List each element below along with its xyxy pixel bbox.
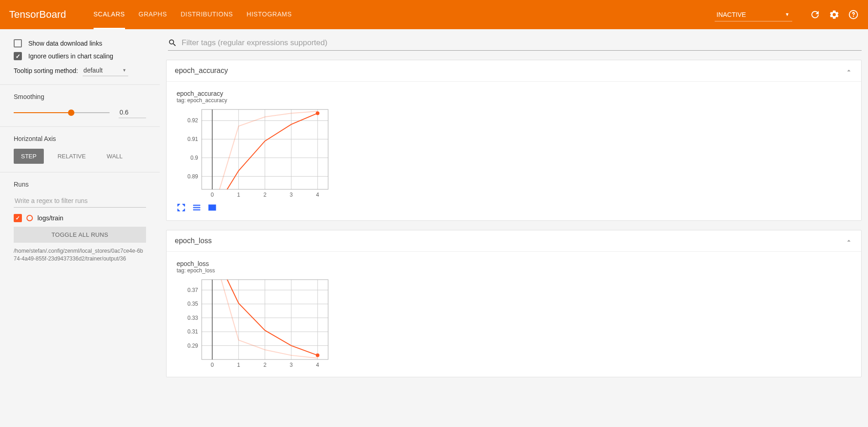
svg-text:2: 2 xyxy=(263,362,267,368)
tab-scalars[interactable]: SCALARS xyxy=(94,0,125,29)
svg-point-21 xyxy=(316,111,319,115)
svg-text:0.31: 0.31 xyxy=(188,328,199,335)
svg-point-24 xyxy=(214,206,214,207)
checkbox-label: Show data download links xyxy=(28,40,102,47)
refresh-icon[interactable] xyxy=(810,9,821,20)
svg-point-50 xyxy=(316,354,319,357)
search-icon xyxy=(168,38,177,47)
svg-text:0.37: 0.37 xyxy=(188,287,199,293)
header: TensorBoard SCALARS GRAPHS DISTRIBUTIONS… xyxy=(0,0,868,29)
chevron-up-icon xyxy=(845,67,853,75)
svg-text:0: 0 xyxy=(211,192,214,198)
svg-text:0.92: 0.92 xyxy=(188,117,199,124)
svg-text:0.91: 0.91 xyxy=(188,136,199,142)
card-title: epoch_loss xyxy=(175,237,845,245)
fullscreen-icon[interactable] xyxy=(177,203,186,212)
chart: 0.290.310.330.350.3701234 xyxy=(177,277,332,369)
svg-rect-22 xyxy=(209,205,216,210)
run-name: logs/train xyxy=(37,214,63,222)
svg-point-26 xyxy=(214,208,214,209)
svg-text:1: 1 xyxy=(237,362,240,368)
card-epoch-loss: epoch_loss epoch_loss tag: epoch_loss 0.… xyxy=(166,230,862,377)
mode-select[interactable]: INACTIVE xyxy=(715,8,792,21)
svg-text:0.89: 0.89 xyxy=(188,173,199,180)
chart-title: epoch_accuracy xyxy=(177,90,851,97)
toggle-y-axis-icon[interactable] xyxy=(192,203,201,212)
app-title: TensorBoard xyxy=(9,9,66,21)
gear-icon[interactable] xyxy=(829,9,840,20)
chart: 0.890.90.910.9201234 xyxy=(177,107,332,198)
sidebar: Show data download links Ignore outliers… xyxy=(0,29,160,427)
svg-text:0.33: 0.33 xyxy=(188,315,199,321)
axis-relative-button[interactable]: RELATIVE xyxy=(50,149,93,164)
checkbox-label: Ignore outliers in chart scaling xyxy=(28,52,113,60)
svg-text:1: 1 xyxy=(237,192,240,198)
tab-distributions[interactable]: DISTRIBUTIONS xyxy=(181,0,233,29)
tab-graphs[interactable]: GRAPHS xyxy=(139,0,167,29)
runs-label: Runs xyxy=(14,181,146,188)
tooltip-sort-select[interactable]: default xyxy=(83,65,128,76)
svg-text:0.35: 0.35 xyxy=(188,301,199,307)
card-title: epoch_accuracy xyxy=(175,67,845,75)
toggle-all-runs-button[interactable]: TOGGLE ALL RUNS xyxy=(14,227,146,243)
chart-subtitle: tag: epoch_accuracy xyxy=(177,97,851,104)
run-color-swatch xyxy=(26,215,33,221)
card-header[interactable]: epoch_loss xyxy=(167,230,861,252)
axis-wall-button[interactable]: WALL xyxy=(99,149,130,164)
runs-filter-input[interactable] xyxy=(14,194,146,208)
axis-step-button[interactable]: STEP xyxy=(14,149,44,164)
chart-subtitle: tag: epoch_loss xyxy=(177,267,851,274)
tooltip-sort-label: Tooltip sorting method: xyxy=(14,67,78,74)
svg-text:0.29: 0.29 xyxy=(188,343,199,349)
checkbox-download-links[interactable]: Show data download links xyxy=(14,39,146,47)
checkbox-icon xyxy=(14,52,22,60)
svg-point-23 xyxy=(210,206,211,207)
card-epoch-accuracy: epoch_accuracy epoch_accuracy tag: epoch… xyxy=(166,60,862,221)
chart-title: epoch_loss xyxy=(177,260,851,267)
svg-text:2: 2 xyxy=(263,192,267,198)
svg-text:0.9: 0.9 xyxy=(190,155,198,161)
fit-domain-icon[interactable] xyxy=(208,203,217,212)
card-header[interactable]: epoch_accuracy xyxy=(167,60,861,82)
checkbox-ignore-outliers[interactable]: Ignore outliers in chart scaling xyxy=(14,52,146,60)
svg-text:0: 0 xyxy=(211,362,214,368)
checkbox-icon xyxy=(14,39,22,47)
haxis-label: Horizontal Axis xyxy=(14,135,146,142)
smoothing-label: Smoothing xyxy=(14,93,146,100)
svg-text:4: 4 xyxy=(316,362,319,368)
tab-histograms[interactable]: HISTOGRAMS xyxy=(246,0,292,29)
svg-text:4: 4 xyxy=(316,192,319,198)
filter-tags-input[interactable] xyxy=(182,38,862,47)
svg-text:3: 3 xyxy=(290,362,293,368)
content: epoch_accuracy epoch_accuracy tag: epoch… xyxy=(160,29,868,427)
run-path: /home/stefan/.config/zenml/local_stores/… xyxy=(14,247,146,263)
tabs: SCALARS GRAPHS DISTRIBUTIONS HISTOGRAMS xyxy=(94,0,292,29)
svg-text:3: 3 xyxy=(290,192,293,198)
chevron-up-icon xyxy=(845,237,853,245)
svg-point-25 xyxy=(210,208,211,209)
help-icon[interactable] xyxy=(848,9,859,20)
run-item[interactable]: logs/train xyxy=(14,214,146,222)
filter-tags[interactable] xyxy=(168,38,862,51)
smoothing-input[interactable] xyxy=(119,107,146,118)
smoothing-slider[interactable] xyxy=(14,108,110,117)
run-checkbox-icon xyxy=(14,214,22,222)
